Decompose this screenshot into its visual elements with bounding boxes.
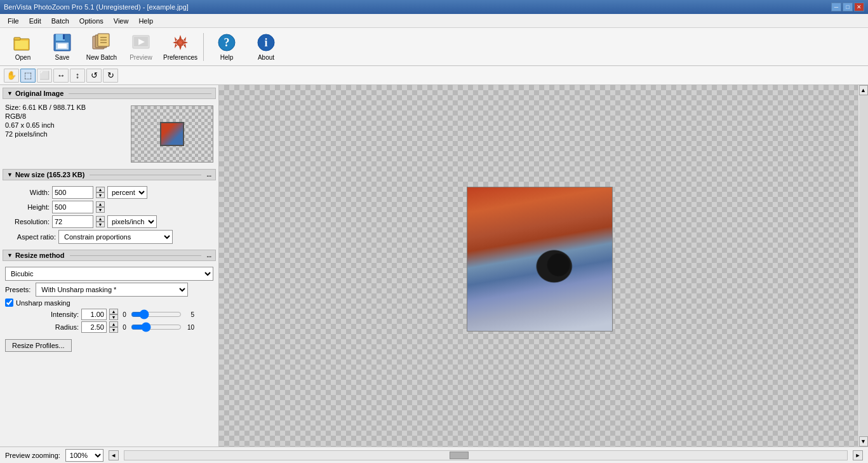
help-button[interactable]: ? Help <box>208 30 246 64</box>
height-spinner: ▲ ▼ <box>96 201 105 213</box>
toolbar-separator <box>203 33 204 61</box>
menu-edit[interactable]: Edit <box>24 14 46 27</box>
new-size-content: Width: ▲ ▼ percent pixels inches cm mm H… <box>3 183 216 247</box>
scroll-track[interactable] <box>859 95 868 436</box>
about-button[interactable]: i About <box>247 30 285 64</box>
close-button[interactable]: ✕ <box>854 3 864 11</box>
intensity-value[interactable] <box>81 309 107 320</box>
new-size-triangle: ▼ <box>7 171 13 178</box>
menu-help[interactable]: Help <box>133 14 158 27</box>
resolution-down-btn[interactable]: ▼ <box>96 222 105 227</box>
zoom-label: Preview zooming: <box>5 452 60 459</box>
resolution-up-btn[interactable]: ▲ <box>96 216 105 222</box>
rotate-cw-button[interactable]: ↻ <box>103 69 118 83</box>
scroll-down-arrow[interactable]: ▼ <box>859 436 868 446</box>
height-up-btn[interactable]: ▲ <box>96 201 105 207</box>
zoom-select[interactable]: 25% 50% 75% 100% 150% 200% <box>65 449 103 462</box>
radius-min: 0 <box>121 324 128 331</box>
intensity-down-btn[interactable]: ▼ <box>109 314 118 320</box>
svg-point-19 <box>178 41 182 44</box>
original-image-header[interactable]: ▼ Original Image <box>3 88 216 99</box>
new-size-label: New size (165.23 KB) <box>15 171 84 178</box>
thumbnail-image <box>160 122 184 146</box>
width-spinner: ▲ ▼ <box>96 187 105 198</box>
zoom-fit-button[interactable]: ⬜ <box>37 69 52 83</box>
resize-method-triangle: ▼ <box>7 252 13 258</box>
status-bar: Preview zooming: 25% 50% 75% 100% 150% 2… <box>0 446 868 463</box>
scroll-up-arrow[interactable]: ▲ <box>859 85 868 95</box>
open-button[interactable]: Open <box>4 30 42 64</box>
svg-rect-1 <box>14 37 20 40</box>
resize-method-divider <box>70 255 202 256</box>
preview-icon <box>131 32 151 53</box>
intensity-slider[interactable] <box>131 309 182 319</box>
radius-spinner: ▲ ▼ <box>109 321 118 333</box>
preview-button[interactable]: Preview <box>122 30 160 64</box>
radius-up-btn[interactable]: ▲ <box>109 321 118 327</box>
unsharp-masking-label[interactable]: Unsharp masking <box>16 299 70 307</box>
new-batch-button[interactable]: New Batch <box>83 30 121 64</box>
toolbar: Open Save New Batch <box>0 28 868 66</box>
save-button[interactable]: Save <box>43 30 81 64</box>
hscroll-left-arrow[interactable]: ◄ <box>109 450 119 460</box>
unsharp-masking-row: Unsharp masking <box>5 299 213 307</box>
select-tool-button[interactable]: ⬚ <box>20 69 36 83</box>
unsharp-masking-checkbox[interactable] <box>5 299 13 307</box>
menu-options[interactable]: Options <box>74 14 109 27</box>
width-up-btn[interactable]: ▲ <box>96 187 105 192</box>
hscroll-right-arrow[interactable]: ► <box>853 450 863 460</box>
zoom-width-button[interactable]: ↔ <box>53 69 69 83</box>
hscrollbar-thumb[interactable] <box>450 452 469 459</box>
resolution-input[interactable] <box>52 215 93 228</box>
new-size-divider <box>90 175 201 175</box>
presets-row: Presets: With Unsharp masking * None Cus… <box>5 283 213 297</box>
resolution-row: Resolution: ▲ ▼ pixels/inch pixels/cm <box>5 215 213 228</box>
new-size-header[interactable]: ▼ New size (165.23 KB) ... <box>3 169 216 180</box>
height-label: Height: <box>5 203 50 211</box>
resize-method-more-btn[interactable]: ... <box>206 252 211 258</box>
menu-file[interactable]: File <box>3 14 24 27</box>
resolution-label: Resolution: <box>5 218 50 225</box>
width-input[interactable] <box>52 186 93 199</box>
thumbnail-area <box>131 105 213 163</box>
menu-batch[interactable]: Batch <box>46 14 74 27</box>
width-row: Width: ▲ ▼ percent pixels inches cm mm <box>5 186 213 199</box>
intensity-row: Intensity: ▲ ▼ 0 5 <box>41 309 213 320</box>
original-image-divider <box>69 93 211 94</box>
resolution-unit-select[interactable]: pixels/inch pixels/cm <box>107 215 157 228</box>
presets-select[interactable]: With Unsharp masking * None Custom <box>36 283 188 297</box>
canvas-area[interactable] <box>219 85 858 446</box>
menu-view[interactable]: View <box>109 14 134 27</box>
width-down-btn[interactable]: ▼ <box>96 192 105 198</box>
svg-rect-5 <box>63 34 65 39</box>
method-select[interactable]: Bicubic S-Spline Max S-Spline XL Lanczos… <box>5 267 213 281</box>
new-batch-icon <box>91 32 112 53</box>
new-size-more-btn[interactable]: ... <box>206 171 211 178</box>
horizontal-scrollbar[interactable] <box>124 450 848 460</box>
aspect-ratio-select[interactable]: Constrain proportions Free Custom <box>58 230 173 244</box>
rotate-ccw-button[interactable]: ↺ <box>86 69 102 83</box>
radius-slider[interactable] <box>131 322 182 332</box>
hand-tool-button[interactable]: ✋ <box>4 69 19 83</box>
height-down-btn[interactable]: ▼ <box>96 207 105 213</box>
height-input[interactable] <box>52 201 93 213</box>
minimize-button[interactable]: ─ <box>831 3 841 11</box>
restore-button[interactable]: □ <box>843 3 853 11</box>
intensity-up-btn[interactable]: ▲ <box>109 309 118 314</box>
width-unit-select[interactable]: percent pixels inches cm mm <box>107 186 147 199</box>
resize-method-content: Bicubic S-Spline Max S-Spline XL Lanczos… <box>3 264 216 335</box>
new-batch-label: New Batch <box>86 54 117 61</box>
original-image-label: Original Image <box>15 90 63 97</box>
zoom-height-button[interactable]: ↕ <box>70 69 85 83</box>
radius-down-btn[interactable]: ▼ <box>109 327 118 333</box>
original-image-content: Size: 6.61 KB / 988.71 KB RGB/8 0.67 x 0… <box>3 102 216 166</box>
width-label: Width: <box>5 189 50 196</box>
radius-value[interactable] <box>81 321 107 333</box>
main-layout: ▼ Original Image Size: 6.61 KB / 988.71 … <box>0 85 868 446</box>
about-icon: i <box>256 32 276 53</box>
save-label: Save <box>55 54 70 61</box>
resize-method-header[interactable]: ▼ Resize method ... <box>3 250 216 261</box>
resolution-spinner: ▲ ▼ <box>96 216 105 227</box>
resize-profiles-button[interactable]: Resize Profiles... <box>5 339 72 352</box>
preferences-button[interactable]: Preferences <box>161 30 199 64</box>
